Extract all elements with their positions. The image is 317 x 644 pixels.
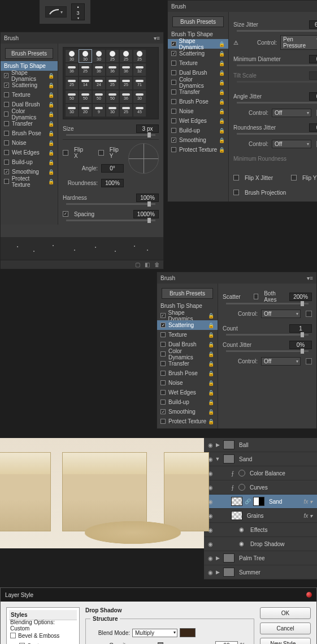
sidebar-item-shape-dynamics[interactable]: ✓Shape Dynamics🔒 [157,311,218,320]
expand-icon[interactable]: ▶ [214,555,221,561]
brush-presets-button[interactable]: Brush Presets [5,48,53,59]
sidebar-item-wet-edges[interactable]: Wet Edges🔒 [168,116,228,126]
checkbox-icon[interactable] [160,371,166,376]
brush-projection-checkbox[interactable] [233,190,239,195]
layer-row-ball[interactable]: ◉▶Ball [204,438,317,452]
blend-mode-dropdown[interactable]: Multiply [132,629,177,637]
checkbox-icon[interactable] [171,89,176,95]
flipy-checkbox[interactable] [98,150,104,156]
brush-thumb[interactable]: 25 [79,63,92,76]
checkbox-icon[interactable]: ✓ [160,409,166,414]
layer-row-sand[interactable]: ◉🔗Sandfx ▾ [204,495,317,509]
checkbox-icon[interactable] [4,179,9,184]
brush-thumb[interactable]: 32 [133,63,146,76]
layer-row-palm-tree[interactable]: ◉▶Palm Tree [204,551,317,565]
sidebar-item-wet-edges[interactable]: Wet Edges🔒 [1,148,58,157]
brush-thumb[interactable]: 20 [79,104,92,117]
sidebar-item-brush-pose[interactable]: Brush Pose🔒 [1,128,58,138]
flipx-checkbox[interactable] [63,150,68,156]
brush-thumb[interactable]: 14 [79,77,92,89]
panel-menu-icon[interactable]: ▾≡ [154,35,160,41]
checkbox-icon[interactable] [171,128,176,133]
checkbox-icon[interactable] [160,419,166,424]
lock-icon[interactable] [306,358,312,364]
sidebar-item-scattering[interactable]: ✓Scattering🔒 [1,80,58,90]
checkbox-icon[interactable] [171,80,176,85]
brush-presets-button[interactable]: Brush Presets [162,288,213,299]
scatter-slider[interactable] [226,303,309,304]
sidebar-item-color-dynamics[interactable]: Color Dynamics🔒 [168,78,228,87]
checkbox-icon[interactable] [160,351,166,357]
expand-icon[interactable]: ▶ [214,442,221,448]
brush-presets-button[interactable]: Brush Presets [172,16,224,27]
scatter-control-dropdown[interactable]: Off [261,310,301,318]
fx-badge[interactable]: fx ▾ [303,499,312,505]
checkbox-icon[interactable] [4,102,9,107]
opacity-value[interactable]: 90 [215,641,238,645]
layer-row-effects[interactable]: ◉◉Effects [204,523,317,537]
brush-preset-picker[interactable]: ▾ [45,6,67,18]
sidebar-item-build-up[interactable]: Build-up🔒 [1,157,58,167]
brush-thumb[interactable]: 36 [93,63,105,76]
sidebar-item-shape-dynamics[interactable]: ✓Shape Dynamics🔒 [168,39,228,49]
count-value[interactable]: 1 [289,324,312,333]
checkbox-icon[interactable]: ✓ [4,73,8,78]
brush-thumb[interactable]: 30 [93,50,105,62]
sidebar-item-texture[interactable]: Texture🔒 [168,58,228,68]
size-jitter-slider[interactable] [237,30,317,32]
roundness-jitter-value[interactable]: 0% [309,123,317,132]
checkbox-icon[interactable] [10,633,16,638]
brush-thumb[interactable]: 25 [120,77,132,89]
sidebar-item-smoothing[interactable]: ✓Smoothing🔒 [157,407,218,417]
spacing-slider[interactable] [66,220,155,221]
checkbox-icon[interactable] [171,70,176,75]
checkbox-icon[interactable] [160,400,166,405]
ok-button[interactable]: OK [260,607,311,619]
angle-jitter-value[interactable]: 0% [309,92,317,101]
checkbox-icon[interactable]: ✓ [171,51,176,56]
sidebar-item-transfer[interactable]: Transfer🔒 [157,359,218,368]
sidebar-item-wet-edges[interactable]: Wet Edges🔒 [157,388,218,397]
expand-icon[interactable]: ▼ [214,456,221,462]
visibility-icon[interactable]: ◉ [206,442,214,448]
sidebar-item-scattering[interactable]: ✓Scattering🔒 [168,49,228,58]
sidebar-item-build-up[interactable]: Build-up🔒 [168,126,228,135]
checkbox-icon[interactable] [160,361,166,366]
brush-thumb[interactable]: 25 [120,104,132,117]
checkbox-icon[interactable] [171,118,176,123]
checkbox-icon[interactable] [160,342,166,347]
checkbox-icon[interactable] [160,332,166,337]
sidebar-item-transfer[interactable]: Transfer🔒 [168,87,228,97]
checkbox-icon[interactable] [4,92,9,97]
brush-thumb[interactable]: 50 [79,91,92,103]
size-slider[interactable] [66,134,155,136]
brush-thumbnails[interactable]: 3030302525253625363636322514242525715050… [63,47,159,119]
checkbox-icon[interactable] [4,160,9,165]
brush-size-picker[interactable]: • 3 ▾ [71,3,85,20]
footer-icon[interactable]: ◧ [145,261,150,268]
checkbox-icon[interactable] [4,111,8,117]
brush-thumb[interactable]: 30 [66,50,78,62]
checkbox-icon[interactable] [160,380,166,385]
sidebar-item-color-dynamics[interactable]: Color Dynamics🔒 [157,349,218,359]
brush-thumb[interactable]: 36 [66,63,78,76]
sidebar-item-scattering[interactable]: ✓Scattering🔒 [157,320,218,330]
expand-icon[interactable]: ▶ [214,569,221,575]
checkbox-icon[interactable] [4,140,9,145]
blending-options-item[interactable]: Blending Options: Custom [9,620,77,630]
checkbox-icon[interactable] [4,131,9,136]
cancel-button[interactable]: Cancel [260,622,311,634]
brush-thumb[interactable]: 30 [133,91,146,103]
visibility-icon[interactable]: ◉ [206,555,214,561]
brush-thumb[interactable]: 25 [66,77,78,89]
footer-icon[interactable]: ▢ [135,261,140,268]
trash-icon[interactable]: 🗑 [154,261,160,268]
sidebar-item-protect-texture[interactable]: Protect Texture🔒 [168,145,228,154]
control-dropdown[interactable]: Pen Pressure [280,35,317,50]
roundness-jitter-slider[interactable] [237,133,317,135]
brush-thumb[interactable]: 30 [66,104,78,117]
layer-row-summer[interactable]: ◉▶Summer [204,565,317,579]
checkbox-icon[interactable] [171,99,176,104]
checkbox-icon[interactable] [171,147,176,152]
brush-thumb[interactable]: 9 [93,104,105,117]
